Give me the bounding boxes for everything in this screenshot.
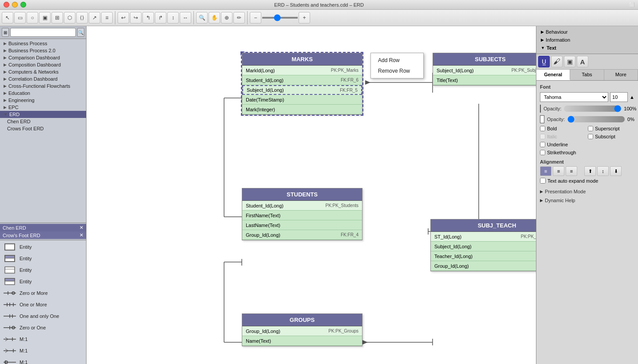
- nav-item-epc[interactable]: ▶ EPC: [0, 104, 86, 111]
- text-expand-checkbox[interactable]: [540, 178, 546, 184]
- nav-item-correlation[interactable]: ▶ Correlation Dashboard: [0, 75, 86, 82]
- chen-erd-close[interactable]: ✕: [79, 225, 83, 231]
- align-top-btn[interactable]: ⬆: [584, 166, 596, 176]
- rp-tab-tabs[interactable]: Tabs: [570, 70, 604, 80]
- color-swatch-2[interactable]: [540, 115, 544, 123]
- rp-tool-highlight[interactable]: 🖌: [551, 56, 563, 67]
- pan-btn[interactable]: ✋: [209, 12, 220, 23]
- rp-link-dynamic-help[interactable]: ▶ Dynamic Help: [540, 196, 634, 205]
- ctx-add-row[interactable]: Add Row: [371, 55, 423, 66]
- nav-item-business-process[interactable]: ▶ Business Process: [0, 40, 86, 47]
- rp-tool-text[interactable]: A: [577, 56, 588, 67]
- subj-teach-row-0[interactable]: ST_Id(Long) PK:PK_Subj_Teach: [431, 232, 536, 242]
- shape-m1-3[interactable]: M:1: [0, 356, 86, 364]
- zoom-out-btn[interactable]: −: [250, 12, 261, 23]
- font-family-select[interactable]: Tahoma: [540, 92, 608, 102]
- marks-table[interactable]: MARKS MarkId(Long) PK:PK_Marks Student_I…: [242, 53, 362, 115]
- undo-btn[interactable]: ↩: [118, 12, 129, 23]
- shape-zero-or-one[interactable]: Zero or One: [0, 322, 86, 333]
- rp-section-information[interactable]: ▶ Information: [538, 36, 636, 44]
- redo-btn[interactable]: ↪: [130, 12, 142, 23]
- shape-entity-plain[interactable]: Entity: [0, 241, 86, 253]
- color-swatch-1[interactable]: [540, 105, 541, 113]
- students-table[interactable]: STUDENTS Student_Id(Long) PK:PK_Students…: [242, 188, 362, 240]
- nav-item-crows-foot-erd[interactable]: Crows Foot ERD: [0, 125, 86, 132]
- subjects-row-1[interactable]: Title(Text): [433, 75, 536, 85]
- students-row-1[interactable]: FirstName(Text): [242, 211, 362, 220]
- arrow-tool-btn[interactable]: ↗: [89, 12, 100, 23]
- rect-tool-btn[interactable]: ▭: [14, 12, 26, 23]
- font-size-up[interactable]: ▲: [630, 94, 634, 100]
- subj-teach-row-2[interactable]: Teacher_Id(Long) FK:FR_2: [431, 251, 536, 261]
- opacity-slider-1[interactable]: [564, 106, 621, 112]
- opacity-slider-2[interactable]: [567, 116, 625, 122]
- nav-item-crossfunctional[interactable]: ▶ Cross-Functional Flowcharts: [0, 82, 86, 90]
- sidebar-search-input[interactable]: [10, 28, 76, 37]
- students-row-0[interactable]: Student_Id(Long) PK:PK_Students: [242, 201, 362, 211]
- crows-foot-erd-tab[interactable]: Crow's Foot ERD ✕: [0, 231, 86, 239]
- subj-teach-row-1[interactable]: Subject_Id(Long) FK:FR_3: [431, 242, 536, 251]
- nav-item-education[interactable]: ▶ Education: [0, 90, 86, 97]
- rp-tool-box[interactable]: ▣: [564, 56, 575, 67]
- rp-section-behaviour[interactable]: ▶ Behaviour: [538, 28, 636, 36]
- groups-row-0[interactable]: Group_Id(Long) PK:PK_Groups: [242, 326, 362, 336]
- marks-row-4[interactable]: Mark(Integer): [242, 105, 362, 114]
- students-row-2[interactable]: LastName(Text): [242, 220, 362, 230]
- subj-teach-row-3[interactable]: Group_Id(Long) FK:FR_1: [431, 261, 536, 271]
- nav-item-business-process-2[interactable]: ▶ Business Process 2.0: [0, 47, 86, 54]
- groups-row-1[interactable]: Name(Text): [242, 336, 362, 346]
- flip-h-btn[interactable]: ↔: [180, 12, 191, 23]
- canvas[interactable]: MARKS MarkId(Long) PK:PK_Marks Student_I…: [87, 26, 536, 364]
- ellipse-tool-btn[interactable]: ○: [27, 12, 38, 23]
- nav-item-comparison[interactable]: ▶ Comparison Dashboard: [0, 54, 86, 61]
- rp-tab-general[interactable]: General: [536, 70, 570, 80]
- marks-row-3[interactable]: Date(TimeStamp): [242, 95, 362, 105]
- align-right-btn[interactable]: ≡: [566, 166, 577, 176]
- canvas-area[interactable]: MARKS MarkId(Long) PK:PK_Marks Student_I…: [87, 26, 536, 364]
- list-tool-btn[interactable]: ≡: [101, 12, 113, 23]
- search-btn[interactable]: 🔍: [196, 12, 208, 23]
- zoom-slider[interactable]: [262, 17, 298, 19]
- pen-btn[interactable]: ✏: [233, 12, 245, 23]
- underline-checkbox[interactable]: [540, 142, 545, 147]
- subjects-table[interactable]: SUBJECTS Subject_Id(Long) PK:PK_Subjects…: [433, 53, 536, 86]
- hex-tool-btn[interactable]: ⬡: [64, 12, 75, 23]
- sidebar-search-btn[interactable]: 🔍: [77, 28, 84, 37]
- align-left-btn[interactable]: ≡: [540, 166, 551, 176]
- subj-teach-table[interactable]: SUBJ_TEACH ST_Id(Long) PK:PK_Subj_Teach …: [430, 219, 536, 271]
- font-size-input[interactable]: [610, 92, 628, 102]
- crows-foot-erd-close[interactable]: ✕: [79, 232, 83, 238]
- collapse-btn[interactable]: ⬜: [629, 2, 634, 7]
- select-tool-btn[interactable]: ↖: [2, 12, 13, 23]
- superscript-checkbox[interactable]: [588, 126, 593, 131]
- nav-item-computers[interactable]: ▶ Computers & Networks: [0, 68, 86, 75]
- back-btn[interactable]: ↰: [142, 12, 154, 23]
- chen-erd-tab[interactable]: Chen ERD ✕: [0, 224, 86, 231]
- shape-one-and-only-one[interactable]: One and only One: [0, 310, 86, 322]
- shape-zero-or-more[interactable]: Zero or More: [0, 287, 86, 299]
- align-center-btn[interactable]: ≡: [553, 166, 564, 176]
- rp-link-presentation[interactable]: ▶ Presentation Mode: [540, 187, 634, 196]
- subjects-row-0[interactable]: Subject_Id(Long) PK:PK_Subjects: [433, 66, 536, 75]
- shape-m1-2[interactable]: M:1: [0, 345, 86, 356]
- nav-item-composition[interactable]: ▶ Composition Dashboard: [0, 61, 86, 68]
- marks-row-1[interactable]: Student_Id(Long) FK:FR_6: [242, 75, 362, 85]
- shape-entity-split[interactable]: Entity: [0, 253, 86, 264]
- nav-item-chen-erd[interactable]: Chen ERD: [0, 118, 86, 125]
- bold-checkbox[interactable]: [540, 126, 545, 131]
- maximize-btn[interactable]: [20, 2, 26, 8]
- table-tool-btn[interactable]: ▣: [39, 12, 51, 23]
- strikethrough-checkbox[interactable]: [540, 150, 545, 155]
- bracket-tool-btn[interactable]: ⟨⟩: [76, 12, 88, 23]
- minimize-btn[interactable]: [12, 2, 18, 8]
- italic-checkbox[interactable]: [540, 134, 545, 139]
- nav-item-engineering[interactable]: ▶ Engineering: [0, 97, 86, 104]
- close-btn[interactable]: [4, 2, 9, 8]
- groups-table[interactable]: GROUPS Group_Id(Long) PK:PK_Groups Name(…: [242, 313, 362, 346]
- shape-m1-1[interactable]: M:1: [0, 333, 86, 345]
- forward-btn[interactable]: ↱: [155, 12, 166, 23]
- shape-entity-split3[interactable]: Entity: [0, 276, 86, 287]
- marks-row-0[interactable]: MarkId(Long) PK:PK_Marks: [242, 66, 362, 75]
- plus-btn[interactable]: ⊕: [221, 12, 232, 23]
- marks-row-2[interactable]: Subject_Id(Long) FK:FR_5: [242, 85, 362, 95]
